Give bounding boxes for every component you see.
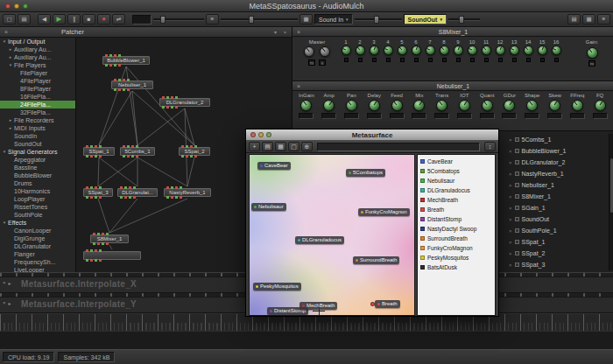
disclosure-open-icon[interactable]: ▾ [2,219,7,227]
interpolate-target-button[interactable]: ⊕ [301,142,313,151]
output-port[interactable] [95,196,97,199]
input-port[interactable] [90,249,93,252]
output-port[interactable] [93,242,95,245]
output-port[interactable] [97,242,100,245]
lane-expand-icon[interactable]: ▸ [9,280,11,286]
output-port[interactable] [86,196,88,199]
param-knob[interactable] [413,100,425,111]
tree-item[interactable]: LoopPlayer [0,195,75,203]
param-knob[interactable] [369,100,380,111]
disclosure-open-icon[interactable]: ▾ [2,148,7,156]
remove-contraption-icon[interactable]: × [509,240,512,245]
remove-contraption-icon[interactable]: × [509,172,512,177]
input-port[interactable] [120,186,123,189]
input-port[interactable] [86,249,88,252]
output-port[interactable] [175,106,178,108]
snapshot-item[interactable]: CaveBear [418,157,495,166]
param-knob[interactable] [300,100,312,111]
snapshot-item[interactable]: DLGranuladocus [418,186,495,195]
input-port[interactable] [175,96,178,99]
input-port[interactable] [109,54,112,57]
patch-node-sspat-2[interactable]: SSpat_2 [179,147,210,156]
remove-contraption-icon[interactable]: × [509,262,512,268]
input-level-slider[interactable] [355,18,402,21]
patch-node-5combs-1[interactable]: 5Combs_1 [120,147,155,156]
channel-mute-button[interactable] [526,58,531,62]
input-port[interactable] [136,145,138,148]
remove-contraption-icon[interactable]: × [509,183,512,188]
param-value-box[interactable] [434,113,449,119]
input-port[interactable] [95,186,97,189]
channel-mute-button[interactable] [344,58,349,62]
channel-gain-knob[interactable] [468,46,477,55]
param-knob[interactable] [526,100,538,111]
output-port[interactable] [129,196,131,199]
param-value-box[interactable] [502,113,517,119]
tree-item[interactable]: 8FilePlayer [0,85,75,93]
param-value-box[interactable] [390,113,405,119]
output-port[interactable] [86,259,88,262]
snapshot-item[interactable]: MechBreath [418,195,495,205]
param-value-box[interactable] [593,113,608,119]
remove-contraption-icon[interactable]: × [509,206,512,211]
disclosure-open-icon[interactable]: ▾ [8,61,13,69]
param-knob[interactable] [459,100,470,111]
tree-item[interactable]: Flanger [0,250,75,258]
input-port[interactable] [162,96,165,99]
param-knob[interactable] [549,100,560,111]
output-level-slider[interactable] [448,18,480,21]
param-value-box[interactable] [344,113,359,119]
channel-gain-knob[interactable] [482,46,491,55]
input-port[interactable] [166,186,169,189]
output-port[interactable] [123,88,125,91]
output-port[interactable] [136,155,138,158]
channel-mute-button[interactable] [540,58,545,62]
remove-contraption-icon[interactable]: × [509,194,512,200]
input-port[interactable] [123,79,125,81]
tree-item[interactable]: 32FilePla... [0,108,75,116]
contraption-item[interactable]: ×NastyReverb_1 [506,168,608,179]
output-port[interactable] [90,196,93,199]
input-port[interactable] [114,54,116,57]
patch-node[interactable] [83,251,141,260]
param-knob[interactable] [346,100,357,111]
output-port[interactable] [105,64,108,66]
output-port[interactable] [109,64,112,66]
zoom-window-button[interactable] [266,132,271,137]
channel-mute-button[interactable] [484,58,489,62]
output-port[interactable] [90,155,93,158]
output-port[interactable] [181,155,184,158]
tree-item[interactable]: DigiGrunge [0,234,75,242]
patch-node-nastyreverb-1[interactable]: NastyReverb_1 [164,188,211,197]
tree-item[interactable]: Bassline [0,164,75,172]
new-document-button[interactable]: ▢ [3,14,16,24]
channel-gain-knob[interactable] [426,46,435,55]
output-port[interactable] [124,196,127,199]
stop-button[interactable]: ■ [82,14,95,24]
snapshot-item[interactable]: BatsAtDusk [418,262,495,272]
contraption-item[interactable]: ×SSpat_2 [506,248,608,259]
input-port[interactable] [86,186,88,189]
param-value-box[interactable] [525,113,539,119]
surface-snapshot-chip[interactable]: Nebulisaur [251,203,286,211]
patch-node-dlgranulator-2[interactable]: DLGranulator_2 [159,98,210,107]
input-port[interactable] [129,186,131,189]
output-port[interactable] [131,155,134,158]
channel-gain-knob[interactable] [510,46,519,55]
surface-snapshot-chip[interactable]: 5Combatops [346,169,385,177]
patch-node-s8mixer-1[interactable]: S8Mixer_1 [90,234,129,243]
close-window-button[interactable] [250,132,256,137]
input-port[interactable] [127,79,130,81]
input-port[interactable] [99,249,102,252]
sound-in-select[interactable]: Sound In ▾ [314,14,353,24]
channel-gain-knob[interactable] [496,46,505,55]
input-port[interactable] [95,249,97,252]
channel-mute-button[interactable] [400,58,405,62]
param-knob[interactable] [436,100,447,111]
snapshot-item[interactable]: Breath [418,205,495,214]
surface-snapshot-chip[interactable]: PeskyMosquitos [253,283,301,290]
disclosure-closed-icon[interactable]: ▸ [8,124,13,132]
channel-gain-knob[interactable] [384,46,393,55]
output-port[interactable] [190,155,193,158]
contraption-scrollbar[interactable] [609,134,613,270]
